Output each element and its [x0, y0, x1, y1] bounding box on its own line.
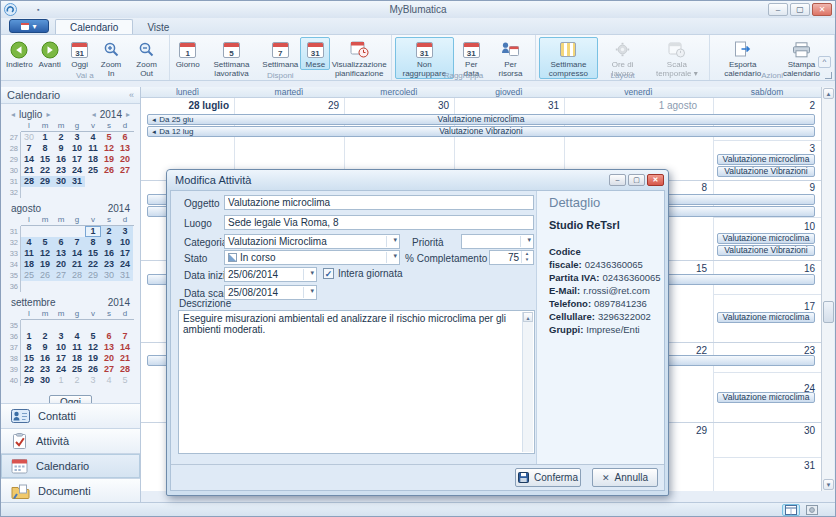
mini-day-cell[interactable]: 4: [69, 331, 85, 342]
stato-select[interactable]: In corso▾: [224, 250, 400, 265]
mini-day-cell[interactable]: 35: [7, 320, 21, 331]
mini-day-cell[interactable]: [85, 187, 101, 198]
mini-day-cell[interactable]: 19: [85, 353, 101, 364]
mini-day-cell[interactable]: 31: [69, 176, 85, 187]
mini-day-cell[interactable]: 5: [117, 375, 133, 386]
minimize-button[interactable]: –: [768, 3, 788, 16]
mini-day-cell[interactable]: 29: [7, 154, 21, 165]
mini-day-cell[interactable]: 16: [53, 154, 69, 165]
mini-day-cell[interactable]: [53, 187, 69, 198]
mini-day-cell[interactable]: 11: [21, 248, 37, 259]
mini-day-cell[interactable]: [101, 187, 117, 198]
dialog-titlebar[interactable]: Modifica Attività – ▢ ✕: [167, 170, 668, 190]
mini-day-cell[interactable]: [117, 281, 133, 292]
mini-day-cell[interactable]: [53, 226, 69, 237]
mini-day-cell[interactable]: 27: [101, 364, 117, 375]
event-banner[interactable]: ◄ Da 25 giu Valutazione microclima: [147, 114, 815, 125]
mini-day-cell[interactable]: 25: [69, 364, 85, 375]
event-item[interactable]: Valutazione Vibrazioni: [717, 166, 815, 177]
mini-day-cell[interactable]: 5: [101, 132, 117, 143]
mini-day-cell[interactable]: 7: [21, 143, 37, 154]
close-button[interactable]: ✕: [812, 3, 832, 16]
mini-day-cell[interactable]: [21, 320, 37, 331]
mini-day-cell[interactable]: 11: [69, 342, 85, 353]
mini-day-cell[interactable]: 2: [37, 331, 53, 342]
sidebar-item-calendario[interactable]: Calendario: [1, 453, 140, 478]
mini-day-cell[interactable]: 4: [101, 375, 117, 386]
mini-day-cell[interactable]: 1: [85, 226, 101, 237]
mini-day-cell[interactable]: [21, 226, 37, 237]
mini-day-cell[interactable]: [117, 320, 133, 331]
mini-day-cell[interactable]: 7: [117, 331, 133, 342]
mini-day-cell[interactable]: 30: [101, 270, 117, 281]
mini-day-cell[interactable]: 29: [21, 375, 37, 386]
mini-day-cell[interactable]: 12: [37, 248, 53, 259]
indietro-button[interactable]: Indietro: [4, 37, 35, 70]
mini-day-cell[interactable]: 38: [7, 353, 21, 364]
dialog-maximize-button[interactable]: ▢: [628, 174, 645, 186]
settimana-button[interactable]: 7 Settimana: [260, 37, 300, 70]
mini-day-cell[interactable]: 3: [53, 331, 69, 342]
mini-day-cell[interactable]: 23: [53, 165, 69, 176]
mini-day-cell[interactable]: 2: [101, 226, 117, 237]
vertical-scrollbar[interactable]: ▲ ▼: [821, 87, 834, 491]
sidebar-item-documenti[interactable]: Documenti: [1, 478, 140, 503]
mini-day-cell[interactable]: 40: [7, 375, 21, 386]
mini-day-cell[interactable]: [85, 176, 101, 187]
mini-day-cell[interactable]: 23: [37, 364, 53, 375]
mini-day-cell[interactable]: 37: [7, 342, 21, 353]
mini-day-cell[interactable]: 12: [101, 143, 117, 154]
mini-day-cell[interactable]: 32: [7, 187, 21, 198]
mini-day-cell[interactable]: 15: [21, 353, 37, 364]
collapse-ribbon-icon[interactable]: ^: [818, 56, 831, 68]
mini-day-cell[interactable]: 26: [37, 270, 53, 281]
mini-day-cell[interactable]: 1: [21, 331, 37, 342]
completamento-stepper[interactable]: 75 ▲▼: [489, 250, 534, 265]
mini-day-cell[interactable]: 6: [53, 237, 69, 248]
mini-day-cell[interactable]: 19: [37, 259, 53, 270]
mini-day-cell[interactable]: 21: [69, 259, 85, 270]
scroll-up-icon[interactable]: ▲: [823, 88, 834, 99]
dialog-minimize-button[interactable]: –: [609, 174, 626, 186]
mini-day-cell[interactable]: 18: [21, 259, 37, 270]
mini-day-cell[interactable]: 3: [69, 132, 85, 143]
mini-day-cell[interactable]: 19: [101, 154, 117, 165]
mini-day-cell[interactable]: 1: [37, 132, 53, 143]
mini-day-cell[interactable]: 24: [53, 364, 69, 375]
mini-day-cell[interactable]: 12: [85, 342, 101, 353]
annulla-button[interactable]: ✕ Annulla: [592, 468, 658, 487]
mini-day-cell[interactable]: 16: [37, 353, 53, 364]
mini-day-cell[interactable]: [37, 226, 53, 237]
event-item[interactable]: Valutazione Vibrazioni: [717, 245, 815, 256]
mini-day-cell[interactable]: 11: [85, 143, 101, 154]
mini-day-cell[interactable]: 18: [85, 154, 101, 165]
mini-day-cell[interactable]: 10: [53, 342, 69, 353]
mini-day-cell[interactable]: 20: [101, 353, 117, 364]
mini-day-cell[interactable]: 28: [7, 143, 21, 154]
mini-day-cell[interactable]: [69, 281, 85, 292]
mini-day-cell[interactable]: 31: [7, 226, 21, 237]
mini-day-cell[interactable]: 7: [69, 237, 85, 248]
dialog-launcher-icon[interactable]: [825, 72, 832, 79]
mini-day-cell[interactable]: 15: [85, 248, 101, 259]
mini-day-cell[interactable]: 29: [85, 270, 101, 281]
tab-viste[interactable]: Viste: [133, 20, 183, 34]
mini-day-cell[interactable]: 6: [101, 331, 117, 342]
mini-day-cell[interactable]: [85, 281, 101, 292]
mini-day-cell[interactable]: 22: [37, 165, 53, 176]
mini-day-cell[interactable]: 36: [7, 331, 21, 342]
scroll-down-icon[interactable]: ▼: [823, 479, 834, 490]
mini-day-cell[interactable]: 30: [37, 375, 53, 386]
mini-day-cell[interactable]: 25: [85, 165, 101, 176]
tab-calendario[interactable]: Calendario: [55, 19, 133, 34]
mini-day-cell[interactable]: 18: [69, 353, 85, 364]
conferma-button[interactable]: Conferma: [515, 468, 581, 487]
mini-day-cell[interactable]: 3: [117, 226, 133, 237]
mini-day-cell[interactable]: [21, 281, 37, 292]
mini-day-cell[interactable]: 13: [101, 342, 117, 353]
mini-day-cell[interactable]: [37, 281, 53, 292]
mini-day-cell[interactable]: [53, 281, 69, 292]
mini-day-cell[interactable]: 21: [117, 353, 133, 364]
mini-day-cell[interactable]: 9: [53, 143, 69, 154]
data-inizio-picker[interactable]: 25/06/2014▾: [224, 267, 317, 282]
